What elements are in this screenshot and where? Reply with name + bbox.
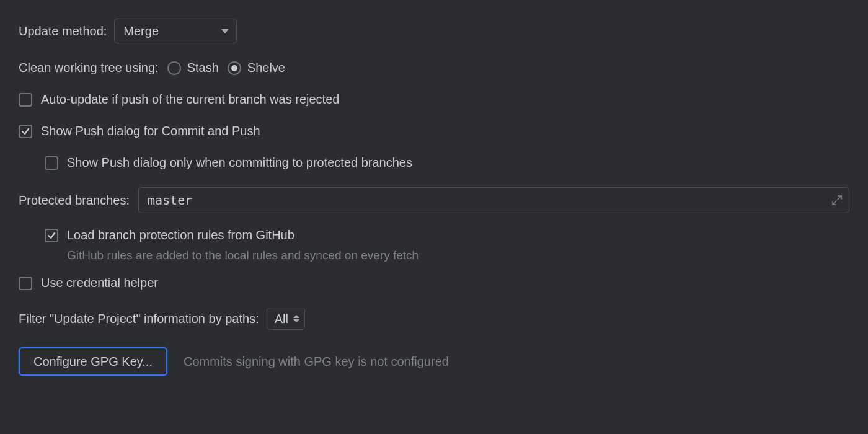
gpg-status-text: Commits signing with GPG key is not conf… — [184, 355, 449, 369]
show-push-checkbox[interactable]: Show Push dialog for Commit and Push — [19, 124, 260, 138]
show-push-protected-checkbox[interactable]: Show Push dialog only when committing to… — [45, 156, 412, 170]
update-method-select[interactable]: Merge — [114, 19, 237, 43]
radio-indicator-selected — [228, 61, 241, 75]
checkbox-indicator — [45, 156, 58, 170]
radio-indicator — [167, 61, 181, 75]
auto-update-checkbox[interactable]: Auto-update if push of the current branc… — [19, 92, 339, 107]
checkbox-indicator-checked — [45, 229, 58, 242]
protected-branches-input[interactable]: master — [138, 187, 849, 213]
clean-tree-row: Clean working tree using: Stash Shelve — [19, 61, 849, 75]
load-branch-rules-checkbox[interactable]: Load branch protection rules from GitHub — [45, 228, 294, 242]
expand-icon[interactable] — [831, 195, 843, 206]
load-branch-rules-row: Load branch protection rules from GitHub — [19, 228, 849, 242]
filter-paths-value: All — [275, 312, 288, 326]
credential-helper-checkbox[interactable]: Use credential helper — [19, 276, 158, 290]
git-settings-panel: Update method: Merge Clean working tree … — [0, 0, 868, 394]
protected-branches-value: master — [148, 193, 192, 208]
filter-paths-label: Filter "Update Project" information by p… — [19, 312, 259, 326]
filter-paths-select[interactable]: All — [267, 308, 305, 330]
load-branch-rules-label: Load branch protection rules from GitHub — [67, 228, 294, 242]
show-push-row: Show Push dialog for Commit and Push — [19, 124, 849, 138]
configure-gpg-label: Configure GPG Key... — [33, 355, 153, 369]
show-push-label: Show Push dialog for Commit and Push — [41, 124, 260, 138]
credential-helper-label: Use credential helper — [41, 276, 158, 290]
gpg-row: Configure GPG Key... Commits signing wit… — [19, 347, 849, 376]
checkbox-indicator — [19, 93, 32, 107]
update-method-row: Update method: Merge — [19, 19, 849, 43]
stepper-icon — [293, 315, 299, 322]
protected-branches-row: Protected branches: master — [19, 187, 849, 213]
credential-helper-row: Use credential helper — [19, 276, 849, 290]
auto-update-row: Auto-update if push of the current branc… — [19, 92, 849, 107]
clean-tree-stash-label: Stash — [187, 61, 219, 75]
clean-tree-label: Clean working tree using: — [19, 61, 159, 75]
configure-gpg-button[interactable]: Configure GPG Key... — [19, 347, 167, 376]
protected-branches-label: Protected branches: — [19, 193, 130, 208]
update-method-value: Merge — [123, 24, 159, 38]
clean-tree-shelve-radio[interactable]: Shelve — [228, 61, 285, 75]
load-branch-rules-hint: GitHub rules are added to the local rule… — [19, 249, 849, 262]
update-method-label: Update method: — [19, 24, 107, 38]
chevron-down-icon — [221, 29, 229, 33]
checkbox-indicator — [19, 277, 32, 290]
filter-paths-row: Filter "Update Project" information by p… — [19, 308, 849, 330]
show-push-protected-row: Show Push dialog only when committing to… — [19, 156, 849, 170]
show-push-protected-label: Show Push dialog only when committing to… — [67, 156, 412, 170]
auto-update-label: Auto-update if push of the current branc… — [41, 92, 339, 107]
clean-tree-shelve-label: Shelve — [247, 61, 285, 75]
checkbox-indicator-checked — [19, 125, 32, 138]
clean-tree-stash-radio[interactable]: Stash — [167, 61, 219, 75]
